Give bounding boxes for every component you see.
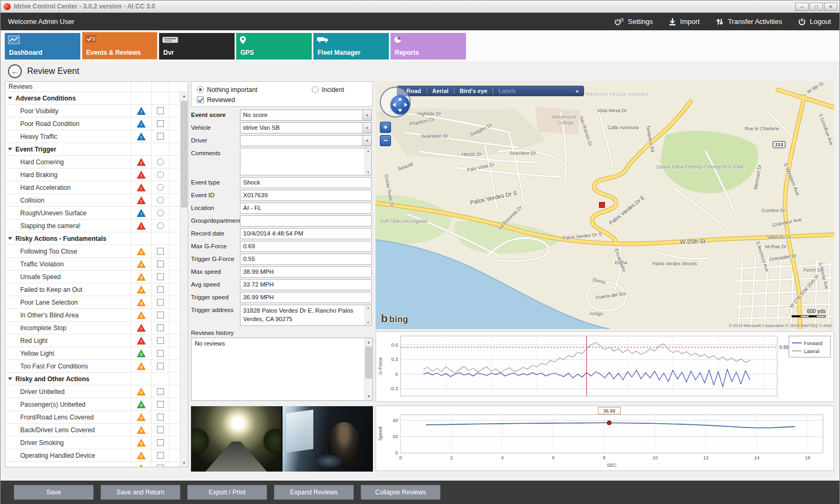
import-button[interactable]: Import: [669, 18, 700, 26]
review-radio[interactable]: [157, 171, 164, 178]
video-thumbnail-cabin[interactable]: [282, 406, 373, 472]
review-item-row[interactable]: Operating Handled Device3: [5, 449, 180, 462]
review-radio[interactable]: [157, 184, 164, 191]
map-view-labels[interactable]: Labels: [493, 88, 521, 94]
review-group-row[interactable]: Adverse Conditions: [5, 92, 180, 105]
avg-speed-field[interactable]: 33.72 MPH: [240, 279, 372, 290]
review-item-row[interactable]: Driver Smoking3: [5, 436, 180, 449]
scroll-down-icon[interactable]: ▼: [365, 170, 371, 175]
review-checkbox[interactable]: [157, 426, 164, 433]
pan-left-icon[interactable]: [393, 103, 396, 107]
close-button[interactable]: ×: [824, 3, 837, 11]
review-item-row[interactable]: Hard Acceleration!: [5, 181, 180, 194]
review-item-row[interactable]: Poor Lane Selection3: [5, 296, 180, 309]
review-item-row[interactable]: In Other's Blind Area3: [5, 309, 180, 322]
event-id-field[interactable]: X017639: [240, 190, 372, 201]
video-thumbnail-road[interactable]: [191, 406, 281, 472]
transfer-activities-button[interactable]: Transfer Activities: [716, 18, 782, 26]
collapse-arrow-icon[interactable]: [8, 97, 12, 99]
scrollbar-thumb[interactable]: [365, 347, 372, 379]
back-button[interactable]: ←: [8, 64, 22, 78]
review-checkbox[interactable]: [157, 414, 164, 421]
scroll-up-icon[interactable]: ▲: [365, 338, 372, 346]
review-item-row[interactable]: Poor Visibility!: [5, 105, 180, 117]
review-checkbox[interactable]: [157, 286, 164, 293]
settings-button[interactable]: Settings: [613, 18, 653, 26]
tab-fleet[interactable]: Fleet Manager: [313, 33, 389, 60]
tab-events[interactable]: Events & Reviews: [82, 32, 157, 60]
scrollbar-thumb[interactable]: [181, 101, 187, 207]
minimize-button[interactable]: –: [795, 3, 809, 11]
review-item-row[interactable]: Red Light!: [5, 334, 180, 347]
review-checkbox[interactable]: [157, 350, 164, 357]
review-item-row[interactable]: Poor Road Condition!: [5, 117, 180, 130]
reviews-scrollbar[interactable]: ▲ ▼: [180, 92, 188, 467]
scroll-up-icon[interactable]: ▲: [365, 305, 371, 310]
review-item-row[interactable]: Following Too Close3: [5, 245, 180, 258]
field-scrollbar[interactable]: ▲▼: [364, 148, 371, 175]
scroll-down-icon[interactable]: ▼: [180, 459, 188, 467]
review-radio[interactable]: [157, 158, 164, 165]
review-item-row[interactable]: Traffic Violation3: [5, 258, 180, 271]
review-item-row[interactable]: Yellow Light2: [5, 347, 180, 360]
tab-reports[interactable]: Reports: [390, 33, 466, 60]
pan-right-icon[interactable]: [404, 103, 407, 107]
review-group-row[interactable]: Risky Actions - Fundamentals: [5, 232, 180, 245]
event-score-select[interactable]: No score▾: [240, 110, 372, 121]
review-item-row[interactable]: 3: [5, 462, 180, 467]
map-view-birdseye[interactable]: Bird's eye: [454, 88, 493, 94]
review-item-row[interactable]: Slapping the camera!!: [5, 220, 180, 232]
location-field[interactable]: AI - FL: [240, 203, 372, 214]
incident-radio[interactable]: Incident: [312, 86, 344, 94]
collapse-reviews-button[interactable]: Collapse Reviews: [361, 485, 440, 500]
review-checkbox[interactable]: [157, 299, 164, 306]
max-speed-field[interactable]: 38.99 MPH: [240, 266, 372, 278]
review-item-row[interactable]: Unsafe Speed3: [5, 271, 180, 283]
export-print-button[interactable]: Export / Print: [187, 485, 267, 500]
save-button[interactable]: Save: [14, 485, 94, 500]
tab-gps[interactable]: GPS: [236, 33, 312, 60]
review-item-row[interactable]: Front/Road Lens Covered3: [5, 411, 180, 424]
comments-textarea[interactable]: ▲▼: [240, 148, 372, 175]
pan-up-icon[interactable]: [398, 97, 402, 100]
review-item-row[interactable]: Failed to Keep an Out3: [5, 283, 180, 296]
max-gforce-field[interactable]: 0.69: [240, 241, 372, 252]
event-type-field[interactable]: Shock: [240, 177, 372, 188]
review-checkbox[interactable]: [157, 401, 164, 408]
review-radio[interactable]: [157, 222, 164, 229]
reviewed-checkbox[interactable]: Reviewed: [197, 96, 235, 104]
pan-down-icon[interactable]: [398, 109, 402, 112]
map-compass-control[interactable]: [380, 87, 411, 117]
zoom-in-button[interactable]: +: [380, 122, 391, 133]
compass-ball[interactable]: [390, 95, 410, 114]
review-checkbox[interactable]: [157, 248, 164, 255]
review-checkbox[interactable]: [157, 452, 164, 459]
map-bar-collapse-button[interactable]: «: [576, 88, 580, 94]
review-item-row[interactable]: Hard Braking!: [5, 169, 180, 181]
review-item-row[interactable]: Rough/Uneven Surface!: [5, 207, 180, 220]
map-canvas[interactable]: EAST RANCHO PALOS VERDESMarymountCollege…: [376, 81, 834, 329]
collapse-arrow-icon[interactable]: [8, 148, 12, 150]
collapse-arrow-icon[interactable]: [8, 377, 12, 380]
review-checkbox[interactable]: [157, 273, 164, 280]
review-checkbox[interactable]: [157, 465, 164, 467]
review-checkbox[interactable]: [157, 261, 164, 267]
review-item-row[interactable]: Incomplete Stop!: [5, 322, 180, 334]
tab-dvr[interactable]: Dvr: [159, 33, 235, 60]
reviews-history-list[interactable]: No reviews ▲ ▼: [191, 338, 373, 401]
review-item-row[interactable]: Passenger(s) Unbelted2: [5, 398, 180, 411]
scroll-up-icon[interactable]: ▲: [365, 148, 371, 154]
save-and-return-button[interactable]: Save and Return: [101, 485, 180, 500]
record-date-field[interactable]: 10/4/2014 4:48:54 PM: [240, 228, 372, 239]
review-checkbox[interactable]: [157, 439, 164, 446]
scroll-up-icon[interactable]: ▲: [180, 92, 188, 100]
trigger-address-field[interactable]: 31828 Palos Verdes Dr E, Rancho Palos Ve…: [240, 305, 372, 326]
logout-button[interactable]: Logout: [798, 18, 831, 26]
review-item-row[interactable]: Back/Driver Lens Covered3: [5, 424, 180, 436]
review-checkbox[interactable]: [157, 107, 164, 114]
field-scrollbar[interactable]: ▲▼: [364, 305, 371, 325]
review-item-row[interactable]: Too Fast For Conditions3: [5, 360, 180, 373]
review-checkbox[interactable]: [157, 133, 164, 140]
collapse-arrow-icon[interactable]: [8, 237, 12, 240]
vehicle-select[interactable]: idrive Van SB▾: [240, 122, 372, 133]
